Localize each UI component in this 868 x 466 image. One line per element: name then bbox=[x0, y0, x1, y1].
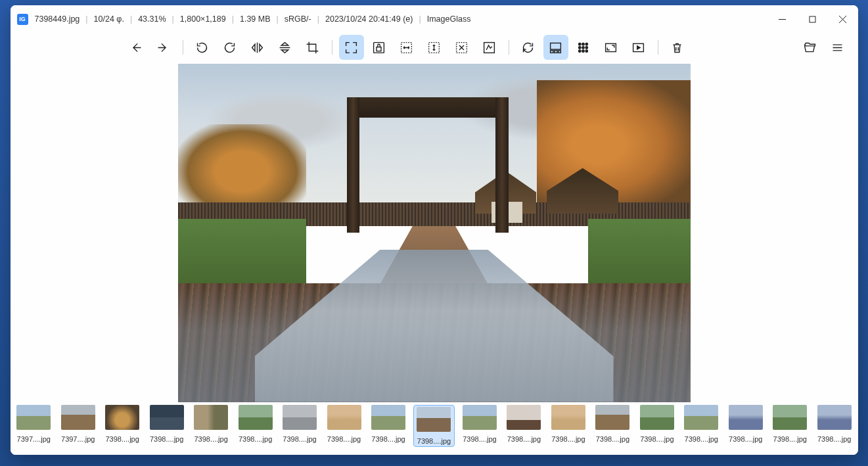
crop-button[interactable] bbox=[300, 35, 325, 60]
fit-window-button[interactable] bbox=[339, 35, 364, 60]
scale-to-fit-button[interactable] bbox=[449, 35, 474, 60]
thumbnail[interactable]: 7398....jpg bbox=[413, 405, 455, 447]
title-dimensions: 1,800×1,189 bbox=[180, 14, 226, 24]
thumbnail-label: 7398....jpg bbox=[817, 435, 851, 443]
thumbnail-strip[interactable]: 7397....jpg7397....jpg7398....jpg7398...… bbox=[11, 404, 858, 455]
thumbnail[interactable]: 7398....jpg bbox=[103, 405, 141, 443]
lock-zoom-button[interactable] bbox=[367, 35, 392, 60]
thumbnail-label: 7398....jpg bbox=[283, 435, 316, 443]
delete-button[interactable] bbox=[665, 35, 690, 60]
svg-rect-10 bbox=[551, 43, 561, 49]
thumbnail-image bbox=[327, 405, 361, 430]
thumbnail-image bbox=[595, 405, 629, 430]
actual-size-button[interactable] bbox=[477, 35, 502, 60]
thumbnail[interactable]: 7398....jpg bbox=[726, 405, 765, 443]
thumbnail[interactable]: 7398....jpg bbox=[593, 405, 632, 443]
thumbnail[interactable]: 7398....jpg bbox=[770, 405, 809, 443]
thumbnail[interactable]: 7398....jpg bbox=[460, 405, 499, 443]
thumbnail[interactable]: 7398....jpg bbox=[191, 405, 230, 443]
scale-to-height-button[interactable] bbox=[422, 35, 447, 60]
thumbnail[interactable]: 7398....jpg bbox=[236, 405, 275, 443]
thumbnail-label: 7397....jpg bbox=[17, 435, 51, 443]
thumbnail-label: 7398....jpg bbox=[640, 435, 674, 443]
title-colorspace: sRGB/- bbox=[285, 14, 311, 24]
thumbnail-label: 7398....jpg bbox=[507, 435, 541, 443]
thumbnail-image bbox=[239, 405, 273, 430]
thumbnail-image bbox=[684, 405, 718, 430]
svg-rect-1 bbox=[810, 16, 815, 22]
svg-point-21 bbox=[582, 50, 585, 53]
rotate-right-button[interactable] bbox=[217, 35, 242, 60]
thumbnail[interactable]: 7398....jpg bbox=[549, 405, 587, 443]
svg-point-20 bbox=[579, 50, 582, 53]
thumbnail-label: 7398....jpg bbox=[194, 435, 227, 443]
svg-point-22 bbox=[585, 50, 588, 53]
thumbnail-image bbox=[371, 405, 405, 430]
image-viewer[interactable] bbox=[11, 62, 858, 404]
minimize-button[interactable] bbox=[767, 5, 798, 33]
thumbnail-image bbox=[150, 405, 184, 430]
thumbnail[interactable]: 7398....jpg bbox=[280, 405, 319, 443]
checkerboard-button[interactable] bbox=[571, 35, 596, 60]
scale-to-width-button[interactable] bbox=[394, 35, 419, 60]
svg-point-18 bbox=[582, 46, 585, 49]
thumbnail-image bbox=[463, 405, 497, 430]
svg-point-16 bbox=[585, 43, 588, 45]
thumbnail[interactable]: 7398....jpg bbox=[637, 405, 676, 443]
thumbnail-label: 7398....jpg bbox=[773, 435, 807, 443]
thumbnail-label: 7398....jpg bbox=[596, 435, 629, 443]
thumbnail-image bbox=[194, 405, 228, 430]
svg-rect-9 bbox=[484, 42, 495, 53]
maximize-button[interactable] bbox=[798, 5, 828, 33]
open-file-button[interactable] bbox=[798, 35, 823, 60]
menu-button[interactable] bbox=[825, 35, 850, 60]
title-datetime: 2023/10/24 20:41:49 (e) bbox=[325, 14, 413, 24]
thumbnail-image bbox=[773, 405, 807, 430]
next-button[interactable] bbox=[151, 35, 176, 60]
svg-rect-13 bbox=[559, 50, 561, 53]
thumbnail-image bbox=[417, 407, 451, 432]
thumbnail-label: 7398....jpg bbox=[729, 435, 762, 443]
flip-horizontal-button[interactable] bbox=[245, 35, 270, 60]
thumbnail-image bbox=[105, 405, 139, 430]
svg-point-15 bbox=[582, 43, 585, 45]
thumbnail-strip-button[interactable] bbox=[543, 35, 568, 60]
thumbnail-label: 7398....jpg bbox=[371, 435, 405, 443]
svg-rect-12 bbox=[555, 50, 557, 53]
close-button[interactable] bbox=[828, 5, 858, 33]
flip-vertical-button[interactable] bbox=[273, 35, 298, 60]
thumbnail[interactable]: 7398....jpg bbox=[325, 405, 363, 443]
thumbnail-label: 7398....jpg bbox=[150, 435, 183, 443]
thumbnail[interactable]: 7398....jpg bbox=[682, 405, 721, 443]
thumbnail[interactable]: 7398....jpg bbox=[815, 405, 854, 443]
thumbnail-image bbox=[551, 405, 585, 430]
svg-rect-5 bbox=[377, 47, 381, 51]
thumbnail-image bbox=[729, 405, 763, 430]
title-zoom: 43.31% bbox=[138, 14, 166, 24]
fullscreen-button[interactable] bbox=[599, 35, 624, 60]
thumbnail-label: 7398....jpg bbox=[239, 435, 272, 443]
prev-button[interactable] bbox=[124, 35, 148, 60]
thumbnail-label: 7398....jpg bbox=[327, 435, 361, 443]
rotate-left-button[interactable] bbox=[190, 35, 215, 60]
thumbnail[interactable]: 7397....jpg bbox=[58, 405, 97, 443]
refresh-button[interactable] bbox=[516, 35, 541, 60]
svg-point-17 bbox=[579, 46, 582, 49]
thumbnail-label: 7398....jpg bbox=[463, 435, 496, 443]
titlebar[interactable]: IG 7398449.jpg | 10/24 φ. | 43.31% | 1,8… bbox=[11, 5, 858, 33]
app-icon: IG bbox=[17, 14, 28, 25]
slideshow-button[interactable] bbox=[626, 35, 651, 60]
svg-point-19 bbox=[585, 46, 588, 49]
thumbnail[interactable]: 7398....jpg bbox=[147, 405, 186, 443]
thumbnail-image bbox=[507, 405, 541, 430]
main-image bbox=[178, 64, 691, 402]
thumbnail-image bbox=[16, 405, 51, 430]
thumbnail[interactable]: 7397....jpg bbox=[14, 405, 53, 443]
thumbnail-label: 7397....jpg bbox=[61, 435, 95, 443]
title-position: 10/24 φ. bbox=[94, 14, 124, 24]
thumbnail[interactable]: 7398....jpg bbox=[505, 405, 543, 443]
thumbnail-label: 7398....jpg bbox=[685, 435, 718, 443]
title-appname: ImageGlass bbox=[427, 14, 471, 24]
thumbnail[interactable]: 7398....jpg bbox=[369, 405, 407, 443]
thumbnail-image bbox=[640, 405, 674, 430]
